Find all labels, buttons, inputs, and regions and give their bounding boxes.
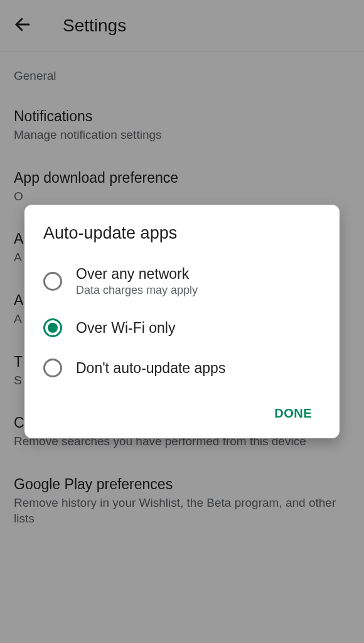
radio-unchecked-icon <box>43 359 62 377</box>
radio-text: Don't auto-update apps <box>76 360 225 377</box>
dialog-title: Auto-update apps <box>43 224 321 243</box>
radio-option-wifi-only[interactable]: Over Wi-Fi only <box>43 318 321 337</box>
radio-option-any-network[interactable]: Over any network Data charges may apply <box>43 266 321 297</box>
radio-label: Over Wi-Fi only <box>76 320 175 337</box>
radio-text: Over any network Data charges may apply <box>76 266 198 297</box>
radio-unchecked-icon <box>43 272 62 291</box>
radio-group: Over any network Data charges may apply … <box>43 266 321 377</box>
done-button[interactable]: DONE <box>265 400 321 427</box>
dialog-actions: DONE <box>43 400 321 427</box>
radio-checked-icon <box>43 318 62 337</box>
radio-sublabel: Data charges may apply <box>76 284 198 297</box>
modal-overlay[interactable]: Auto-update apps Over any network Data c… <box>0 0 364 643</box>
radio-label: Over any network <box>76 266 198 283</box>
radio-label: Don't auto-update apps <box>76 360 225 377</box>
auto-update-dialog: Auto-update apps Over any network Data c… <box>24 205 340 438</box>
radio-text: Over Wi-Fi only <box>76 320 175 337</box>
radio-option-dont-update[interactable]: Don't auto-update apps <box>43 359 321 377</box>
